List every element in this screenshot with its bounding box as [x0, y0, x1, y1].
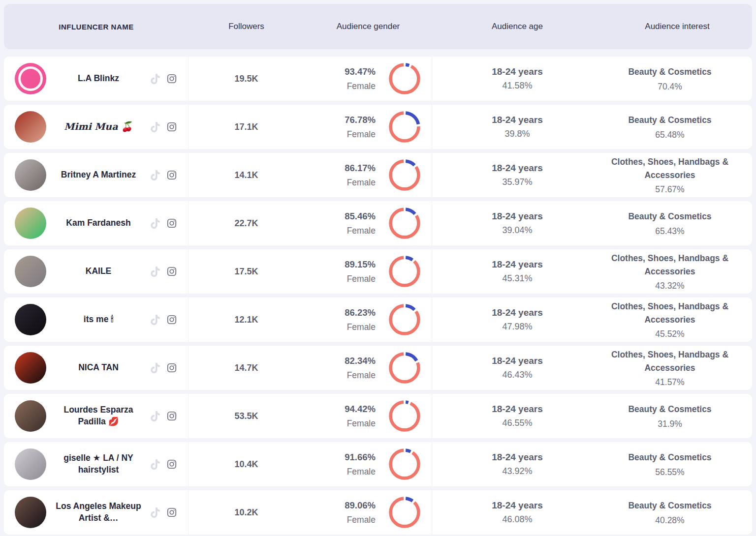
interest-percent: 56.55% [655, 467, 684, 477]
followers-count: 14.7K [234, 363, 258, 373]
social-icons [151, 170, 177, 180]
table-row[interactable]: Britney A Martinez 14.1K [4, 153, 752, 197]
tiktok-icon[interactable] [151, 507, 160, 518]
instagram-icon[interactable] [166, 170, 177, 180]
gender-percent: 85.46% [345, 211, 376, 222]
avatar[interactable] [15, 400, 46, 432]
tiktok-icon[interactable] [151, 459, 160, 470]
influencer-cell: Britney A Martinez [4, 153, 189, 197]
table-row[interactable]: NICA TAN 14.7K [4, 346, 752, 390]
instagram-icon[interactable] [166, 507, 177, 518]
avatar[interactable] [15, 352, 46, 384]
instagram-icon[interactable] [166, 73, 177, 84]
instagram-icon[interactable] [166, 314, 177, 325]
tiktok-icon[interactable] [151, 267, 160, 277]
tiktok-icon[interactable] [151, 170, 160, 180]
gender-label: Female [345, 129, 376, 140]
influencer-name[interactable]: Britney A Martinez [46, 169, 151, 181]
tiktok-icon[interactable] [151, 411, 160, 421]
audience-age-cell: 18-24 years 39.8% [432, 105, 602, 149]
avatar[interactable] [15, 497, 46, 528]
tiktok-icon[interactable] [151, 363, 160, 373]
tiktok-icon[interactable] [151, 218, 160, 229]
influencer-name[interactable]: its me 🕯 [46, 314, 151, 326]
age-range: 18-24 years [492, 452, 543, 463]
followers-cell: 10.4K [189, 442, 304, 486]
instagram-icon[interactable] [166, 266, 177, 277]
avatar[interactable] [15, 208, 46, 239]
influencer-cell: Lourdes Esparza Padilla 💋 [4, 394, 189, 438]
social-icons [151, 266, 177, 277]
tiktok-icon[interactable] [151, 74, 160, 84]
table-row[interactable]: Kam Fardanesh 22.7K [4, 201, 752, 245]
interest-percent: 65.48% [655, 130, 684, 140]
influencer-name[interactable]: Lourdes Esparza Padilla 💋 [46, 404, 151, 427]
audience-gender-cell: 93.47% Female [304, 57, 432, 101]
followers-cell: 17.5K [189, 249, 304, 294]
instagram-icon[interactable] [166, 121, 177, 132]
gender-donut-chart [388, 207, 421, 239]
influencer-name[interactable]: NICA TAN [46, 362, 151, 374]
audience-gender-cell: 86.17% Female [304, 153, 432, 197]
influencer-name[interactable]: L.A Blinkz [46, 73, 151, 85]
instagram-icon[interactable] [166, 218, 177, 229]
audience-interest-cell: Beauty & Cosmetics 31.9% [602, 394, 752, 438]
audience-interest-cell: Clothes, Shoes, Handbags & Accessories 4… [602, 298, 752, 342]
audience-age-cell: 18-24 years 41.58% [432, 57, 602, 101]
gender-text: 89.15% Female [345, 259, 376, 284]
influencer-name[interactable]: Mimi Mua 🍒 [46, 120, 151, 133]
gender-text: 91.66% Female [345, 452, 376, 477]
instagram-icon[interactable] [166, 459, 177, 470]
influencer-table: INFLUENCER NAME Followers Audience gende… [0, 0, 756, 535]
followers-cell: 17.1K [189, 105, 304, 149]
gender-label: Female [345, 226, 376, 236]
interest-percent: 57.67% [655, 184, 684, 195]
audience-interest-cell: Clothes, Shoes, Handbags & Accessories 4… [602, 346, 752, 390]
gender-text: 76.78% Female [345, 115, 376, 140]
avatar[interactable] [15, 159, 46, 191]
audience-age-cell: 18-24 years 46.43% [432, 346, 602, 390]
influencer-name[interactable]: KAILE [46, 266, 151, 277]
influencer-cell: NICA TAN [4, 346, 189, 390]
interest-percent: 40.28% [655, 515, 684, 526]
audience-gender-cell: 82.34% Female [304, 346, 432, 390]
audience-age-cell: 18-24 years 43.92% [432, 442, 602, 486]
table-row[interactable]: giselle ★ LA / NY hairstylist 10.4K [4, 442, 752, 486]
table-row[interactable]: L.A Blinkz 19.5K [4, 57, 752, 101]
gender-percent: 91.66% [345, 452, 376, 463]
instagram-icon[interactable] [166, 362, 177, 373]
interest-label: Beauty & Cosmetics [628, 114, 711, 127]
gender-percent: 86.17% [345, 163, 376, 174]
audience-gender-cell: 89.06% Female [304, 490, 432, 535]
audience-gender-cell: 76.78% Female [304, 105, 432, 149]
tiktok-icon[interactable] [151, 122, 160, 132]
avatar[interactable] [15, 448, 46, 480]
avatar[interactable] [15, 256, 46, 287]
interest-percent: 31.9% [658, 419, 682, 429]
instagram-icon[interactable] [166, 411, 177, 421]
gender-percent: 94.42% [345, 404, 376, 415]
tiktok-icon[interactable] [151, 315, 160, 325]
influencer-name[interactable]: Los Angeles Makeup Artist &… [46, 501, 151, 524]
table-row[interactable]: Lourdes Esparza Padilla 💋 53.5K [4, 394, 752, 438]
gender-donut-chart [388, 496, 421, 529]
table-row[interactable]: KAILE 17.5K 8 [4, 249, 752, 294]
avatar[interactable] [15, 111, 46, 143]
influencer-name[interactable]: giselle ★ LA / NY hairstylist [46, 452, 151, 476]
age-range: 18-24 years [492, 163, 543, 174]
followers-count: 10.2K [234, 507, 258, 518]
table-row[interactable]: Los Angeles Makeup Artist &… 10.2K [4, 490, 752, 535]
audience-gender-cell: 86.23% Female [304, 298, 432, 342]
gender-donut-chart [388, 255, 421, 288]
followers-count: 17.5K [234, 267, 258, 277]
table-row[interactable]: its me 🕯 12.1K [4, 298, 752, 342]
influencer-name[interactable]: Kam Fardanesh [46, 217, 151, 229]
age-range: 18-24 years [492, 211, 543, 222]
followers-count: 22.7K [234, 218, 258, 229]
followers-cell: 12.1K [189, 298, 304, 342]
avatar[interactable] [15, 304, 46, 335]
table-row[interactable]: Mimi Mua 🍒 17.1K [4, 105, 752, 149]
avatar[interactable] [15, 63, 46, 94]
column-header-followers: Followers [189, 22, 304, 31]
gender-percent: 93.47% [345, 66, 376, 77]
